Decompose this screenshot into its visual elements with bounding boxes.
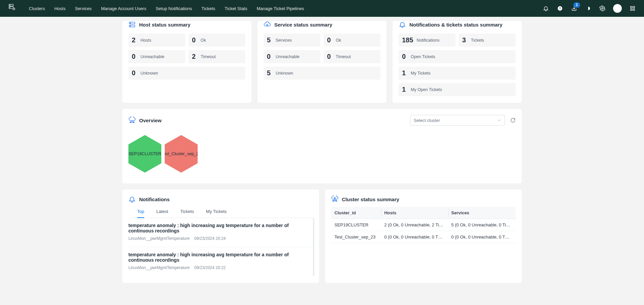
tab-latest[interactable]: Latest [156, 206, 168, 218]
svc-stat-timeout[interactable]: 0 Timeout [324, 50, 380, 63]
top-navbar: Clusters Hosts Services Manage Account U… [0, 0, 644, 17]
card-host-summary: Host status summary 2 Hosts 0 Ok 0 Unrea… [122, 21, 251, 103]
col-services[interactable]: Services [449, 207, 516, 219]
svg-point-3 [10, 7, 10, 8]
svc-stat-ok[interactable]: 0 Ok [324, 34, 380, 47]
nav-link-setup-notifications[interactable]: Setup Notifications [156, 6, 192, 11]
table-row[interactable]: Test_Cluster_sep_23 0 (0 Ok, 0 Unreachab… [331, 231, 516, 243]
svg-rect-21 [133, 122, 134, 123]
svg-rect-10 [633, 6, 635, 8]
notification-tabs: Top Latest Tickets My Tickets [128, 206, 313, 218]
table-row[interactable]: SEP19CLUSTER 2 (0 Ok, 0 Unreachable, 2 T… [331, 219, 516, 231]
notification-item-time: 09/23/2024 20:24 [194, 236, 226, 241]
host-stat-hosts[interactable]: 2 Hosts [128, 34, 185, 47]
svg-rect-20 [130, 122, 131, 123]
cluster-node-test-cluster-sep-23[interactable]: Test_Cluster_sep_23 [165, 135, 198, 173]
cloud-network-icon [331, 195, 338, 203]
notification-item-source: LinuxMon__pwrMgmtTemperature [128, 236, 190, 241]
cluster-node-label: Test_Cluster_sep_23 [161, 151, 201, 156]
tab-top[interactable]: Top [137, 206, 144, 218]
notification-list: temperature anomaly : high increasing av… [128, 218, 314, 276]
col-hosts[interactable]: Hosts [381, 207, 448, 219]
bell-outline-icon [399, 21, 406, 28]
nav-link-manage-account-users[interactable]: Manage Account Users [101, 6, 146, 11]
bell-icon[interactable] [542, 5, 549, 12]
notif-stat-my-open-tickets[interactable]: 1 My Open Tickets [399, 83, 516, 96]
host-stat-ok[interactable]: 0 Ok [189, 34, 245, 47]
inbox-badge: 2 [573, 2, 580, 8]
chevron-down-icon [497, 118, 501, 122]
avatar[interactable] [613, 4, 622, 13]
host-summary-title: Host status summary [139, 22, 191, 28]
notif-stat-tickets[interactable]: 3 Tickets [459, 34, 516, 47]
notification-item-source: LinuxMon__pwrMgmtTemperature [128, 265, 190, 270]
notification-item[interactable]: temperature anomaly : high increasing av… [128, 247, 313, 276]
card-service-summary: Service status summary 5 Services 0 Ok 0… [257, 21, 387, 103]
cloud-network-icon [128, 117, 136, 124]
svg-rect-12 [633, 9, 635, 11]
nav-links: Clusters Hosts Services Manage Account U… [29, 6, 304, 11]
cluster-status-table: Cluster_id Hosts Services SEP19CLUSTER 2… [331, 207, 516, 243]
nav-icons: ? 2 [542, 4, 636, 13]
apps-grid-icon[interactable] [629, 5, 636, 12]
service-summary-title: Service status summary [274, 22, 332, 28]
inbox-icon[interactable]: 2 [571, 5, 577, 12]
notification-item[interactable]: temperature anomaly : high increasing av… [128, 218, 313, 247]
svg-point-16 [130, 26, 131, 27]
nav-link-ticket-stats[interactable]: Ticket Stats [225, 6, 247, 11]
svg-rect-9 [631, 6, 632, 8]
host-stat-unreachable[interactable]: 0 Unreachable [128, 50, 185, 63]
svg-point-4 [13, 8, 15, 10]
app-logo [8, 3, 18, 13]
svg-point-17 [267, 24, 268, 26]
svg-text:?: ? [559, 7, 561, 10]
card-notif-summary: Notifications & tickets status summary 1… [393, 21, 522, 103]
cluster-select[interactable]: Select cluster [410, 115, 505, 126]
bell-outline-icon [128, 195, 136, 203]
svc-stat-services[interactable]: 5 Services [264, 34, 320, 47]
help-icon[interactable]: ? [557, 5, 563, 12]
server-icon [128, 21, 136, 28]
nav-link-tickets[interactable]: Tickets [202, 6, 215, 11]
svg-point-22 [334, 198, 335, 199]
gear-icon[interactable] [599, 5, 606, 12]
refresh-icon[interactable] [510, 118, 516, 123]
nav-link-clusters[interactable]: Clusters [29, 6, 45, 11]
card-cluster-status: Cluster status summary Cluster_id Hosts … [325, 189, 522, 283]
nav-link-hosts[interactable]: Hosts [54, 6, 66, 11]
svg-point-2 [10, 5, 10, 5]
host-stat-timeout[interactable]: 2 Timeout [189, 50, 245, 63]
cluster-node-label: SEP19CLUSTER [128, 151, 161, 156]
svg-point-15 [130, 23, 131, 24]
svg-rect-11 [631, 9, 632, 11]
col-cluster-id[interactable]: Cluster_id [331, 207, 381, 219]
notification-item-title: temperature anomaly : high increasing av… [128, 252, 313, 263]
tab-tickets[interactable]: Tickets [180, 206, 194, 218]
notif-stat-my-tickets[interactable]: 1 My Tickets [399, 67, 516, 80]
nav-link-services[interactable]: Services [75, 6, 92, 11]
overview-title: Overview [139, 118, 162, 123]
host-stat-unknown[interactable]: 0 Unknown [128, 67, 245, 80]
notification-item-time: 09/23/2024 20:22 [194, 265, 226, 270]
cluster-select-placeholder: Select cluster [414, 118, 440, 123]
tab-my-tickets[interactable]: My Tickets [206, 206, 227, 218]
cloud-settings-icon [264, 21, 271, 28]
notif-stat-notifications[interactable]: 185 Notifications [399, 34, 455, 47]
notif-summary-title: Notifications & tickets status summary [409, 22, 502, 28]
nav-link-manage-ticket-pipelines[interactable]: Manage Ticket Pipelines [257, 6, 304, 11]
notifications-title: Notifications [139, 197, 170, 202]
theme-toggle-icon[interactable] [585, 5, 592, 12]
cluster-status-title: Cluster status summary [342, 197, 399, 202]
notification-item-title: temperature anomaly : high increasing av… [128, 223, 313, 233]
notif-stat-open-tickets[interactable]: 0 Open Tickets [399, 50, 516, 63]
card-overview: Overview Select cluster SEP19CLUSTER Tes… [122, 109, 522, 183]
svg-point-8 [602, 8, 603, 9]
card-notifications: Notifications Top Latest Tickets My Tick… [122, 189, 319, 283]
svc-stat-unreachable[interactable]: 0 Unreachable [264, 50, 320, 63]
svc-stat-unknown[interactable]: 5 Unknown [264, 67, 380, 80]
cluster-node-sep19cluster[interactable]: SEP19CLUSTER [128, 135, 161, 173]
